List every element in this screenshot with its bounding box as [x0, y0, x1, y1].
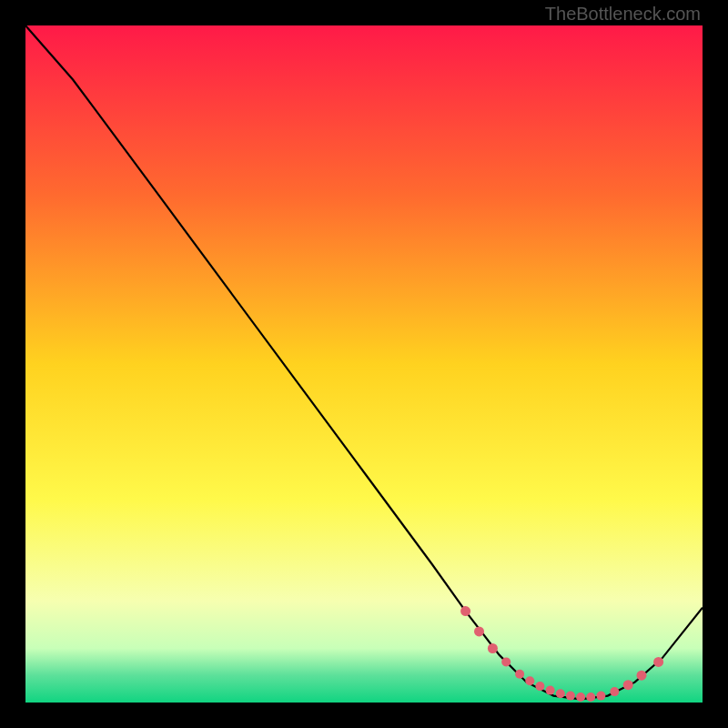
marker-dot: [501, 657, 511, 666]
marker-dot: [546, 686, 555, 695]
marker-dot: [535, 682, 544, 691]
marker-dot: [586, 693, 595, 702]
watermark-text: TheBottleneck.com: [545, 4, 701, 25]
marker-dot: [596, 692, 605, 701]
marker-dot: [556, 689, 565, 698]
marker-dot: [610, 687, 619, 696]
chart-svg: [25, 25, 703, 703]
marker-dot: [474, 626, 484, 636]
marker-dot: [488, 643, 498, 653]
chart-container: [25, 25, 703, 703]
chart-background: [25, 25, 703, 703]
marker-dot: [515, 670, 524, 679]
marker-dot: [623, 680, 633, 690]
marker-dot: [566, 692, 575, 701]
marker-dot: [653, 657, 663, 667]
marker-dot: [525, 676, 534, 685]
marker-dot: [576, 693, 585, 702]
marker-dot: [460, 606, 470, 616]
marker-dot: [637, 671, 647, 681]
